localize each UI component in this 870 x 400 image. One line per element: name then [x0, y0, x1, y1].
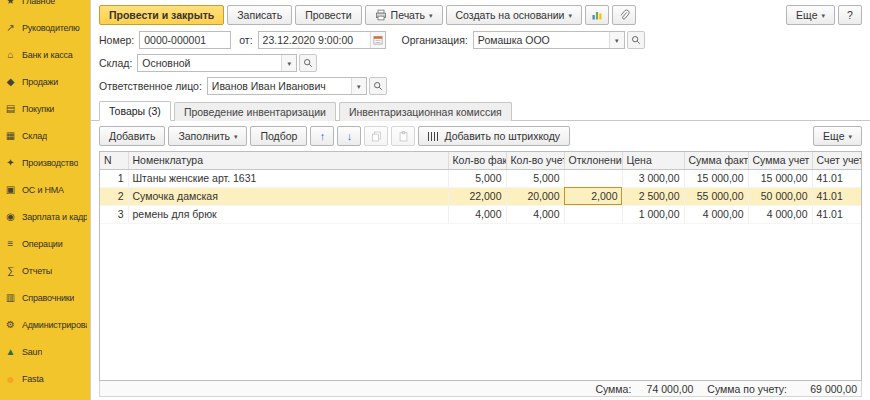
- table-row[interactable]: 3 ремень для брюк 4,000 4,000 1 000,00 4…: [100, 205, 862, 223]
- paste-rows-button[interactable]: [391, 126, 415, 146]
- sidebar-item-label: Главное: [22, 0, 55, 6]
- date-field[interactable]: 23.12.2020 9:00:00: [258, 31, 386, 49]
- sidebar-item-payroll[interactable]: ◉ Зарплата и кадры: [0, 203, 90, 230]
- related-reports-button[interactable]: [585, 5, 609, 25]
- cell-n[interactable]: 1: [100, 169, 128, 187]
- column-header-sum-acc[interactable]: Сумма учет: [748, 152, 812, 169]
- column-header-n[interactable]: N: [100, 152, 128, 169]
- pick-button[interactable]: Подбор: [250, 126, 307, 146]
- cell-price[interactable]: 1 000,00: [622, 205, 684, 223]
- sidebar-item-warehouse[interactable]: ▦ Склад: [0, 122, 90, 149]
- copy-rows-button[interactable]: [364, 126, 388, 146]
- column-header-deviation[interactable]: Отклонение: [564, 152, 622, 169]
- tab-goods[interactable]: Товары (3): [99, 101, 171, 121]
- cell-price[interactable]: 3 000,00: [622, 169, 684, 187]
- cell-price[interactable]: 2 500,00: [622, 187, 684, 205]
- cell-deviation[interactable]: [564, 205, 622, 223]
- manager-icon: ↗: [3, 20, 18, 35]
- sidebar-item-manager[interactable]: ↗ Руководителю: [0, 14, 90, 41]
- column-header-qty-acc[interactable]: Кол-во учет: [506, 152, 564, 169]
- sidebar-item-label: Руководителю: [22, 23, 80, 33]
- cell-sum-acc[interactable]: 4 000,00: [748, 205, 812, 223]
- cell-account[interactable]: 41.01: [812, 169, 862, 187]
- table-row[interactable]: 1 Штаны женские арт. 1631 5,000 5,000 3 …: [100, 169, 862, 187]
- chevron-down-icon: ▾: [429, 12, 433, 19]
- tab-inventory-commission[interactable]: Инвентаризационная комиссия: [339, 102, 512, 121]
- fasta-icon: ●: [3, 371, 18, 386]
- cell-deviation-active[interactable]: 2,000: [564, 187, 622, 205]
- responsible-field[interactable]: Иванов Иван Иванович ▾: [207, 77, 367, 95]
- column-header-price[interactable]: Цена: [622, 152, 684, 169]
- help-button[interactable]: ?: [838, 5, 862, 25]
- chevron-down-icon[interactable]: ▾: [609, 32, 624, 48]
- cell-n[interactable]: 3: [100, 205, 128, 223]
- arrow-up-icon: ↑: [320, 130, 326, 142]
- sidebar-item-operations[interactable]: ≡ Операции: [0, 230, 90, 257]
- responsible-open-button[interactable]: [369, 77, 387, 95]
- cell-qty-fact[interactable]: 22,000: [448, 187, 506, 205]
- sidebar-item-directories[interactable]: ▥ Справочники: [0, 284, 90, 311]
- sidebar-item-fasta[interactable]: ● Fasta: [0, 365, 90, 392]
- cell-sum-fact[interactable]: 55 000,00: [684, 187, 748, 205]
- calendar-icon[interactable]: [370, 32, 385, 48]
- organization-open-button[interactable]: [627, 31, 645, 49]
- cell-qty-acc[interactable]: 20,000: [506, 187, 564, 205]
- create-based-on-button[interactable]: Создать на основании ▾: [446, 5, 582, 25]
- fill-button[interactable]: Заполнить ▾: [168, 126, 247, 146]
- sidebar-item-sales[interactable]: ◆ Продажи: [0, 68, 90, 95]
- sidebar-item-label: Производство: [22, 158, 78, 168]
- column-header-nomenclature[interactable]: Номенклатура: [128, 152, 448, 169]
- column-header-qty-fact[interactable]: Кол-во факт: [448, 152, 506, 169]
- create-based-on-label: Создать на основании: [456, 9, 565, 21]
- add-row-button[interactable]: Добавить: [99, 126, 165, 146]
- sidebar-item-purchases[interactable]: ▤ Покупки: [0, 95, 90, 122]
- cell-qty-acc[interactable]: 4,000: [506, 205, 564, 223]
- cell-qty-fact[interactable]: 4,000: [448, 205, 506, 223]
- move-down-button[interactable]: ↓: [337, 126, 361, 146]
- cell-qty-fact[interactable]: 5,000: [448, 169, 506, 187]
- cell-account[interactable]: 41.01: [812, 187, 862, 205]
- cell-account[interactable]: 41.01: [812, 205, 862, 223]
- cell-n[interactable]: 2: [100, 187, 128, 205]
- sidebar-item-saun[interactable]: ▲ Saun: [0, 338, 90, 365]
- grid-more-button[interactable]: Еще ▾: [813, 126, 862, 146]
- table-row-selected[interactable]: 2 Сумочка дамская 22,000 20,000 2,000 2 …: [100, 187, 862, 205]
- sidebar-item-reports[interactable]: ∑ Отчеты: [0, 257, 90, 284]
- move-up-button[interactable]: ↑: [310, 126, 334, 146]
- sidebar-item-administration[interactable]: ⚙ Администрирование: [0, 311, 90, 338]
- cell-sum-fact[interactable]: 15 000,00: [684, 169, 748, 187]
- sidebar-item-label: Банк и касса: [22, 50, 73, 60]
- sum-label: Сумма:: [595, 383, 631, 395]
- cell-sum-acc[interactable]: 15 000,00: [748, 169, 812, 187]
- warehouse-field[interactable]: Основной ▾: [137, 54, 297, 72]
- cell-sum-fact[interactable]: 4 000,00: [684, 205, 748, 223]
- sidebar-item-home[interactable]: ★ Главное: [0, 0, 90, 14]
- cell-nomenclature[interactable]: Штаны женские арт. 1631: [128, 169, 448, 187]
- sidebar-item-label: Справочники: [22, 293, 74, 303]
- chevron-down-icon[interactable]: ▾: [351, 78, 366, 94]
- warehouse-open-button[interactable]: [299, 54, 317, 72]
- cell-deviation[interactable]: [564, 169, 622, 187]
- organization-label: Организация:: [402, 34, 468, 46]
- cell-nomenclature[interactable]: ремень для брюк: [128, 205, 448, 223]
- column-header-sum-fact[interactable]: Сумма факт: [684, 152, 748, 169]
- post-button[interactable]: Провести: [295, 5, 361, 25]
- number-field[interactable]: 0000-000001: [139, 31, 231, 49]
- more-button[interactable]: Еще ▾: [786, 5, 835, 25]
- attachments-button[interactable]: [612, 5, 636, 25]
- sidebar-item-fixed-assets[interactable]: ▣ ОС и НМА: [0, 176, 90, 203]
- post-and-close-button[interactable]: Провести и закрыть: [99, 5, 224, 25]
- print-button[interactable]: Печать ▾: [365, 5, 443, 25]
- organization-field[interactable]: Ромашка ООО ▾: [473, 31, 625, 49]
- tab-inventory-execution[interactable]: Проведение инвентаризации: [174, 102, 336, 121]
- sidebar-item-bank[interactable]: ⌂ Банк и касса: [0, 41, 90, 68]
- sidebar-item-label: Fasta: [22, 374, 44, 384]
- save-button[interactable]: Записать: [227, 5, 292, 25]
- add-by-barcode-button[interactable]: Добавить по штрихкоду: [418, 126, 570, 146]
- column-header-account[interactable]: Счет учета: [812, 152, 862, 169]
- chevron-down-icon[interactable]: ▾: [281, 55, 296, 71]
- cell-sum-acc[interactable]: 50 000,00: [748, 187, 812, 205]
- cell-nomenclature[interactable]: Сумочка дамская: [128, 187, 448, 205]
- sidebar-item-production[interactable]: ✦ Производство: [0, 149, 90, 176]
- cell-qty-acc[interactable]: 5,000: [506, 169, 564, 187]
